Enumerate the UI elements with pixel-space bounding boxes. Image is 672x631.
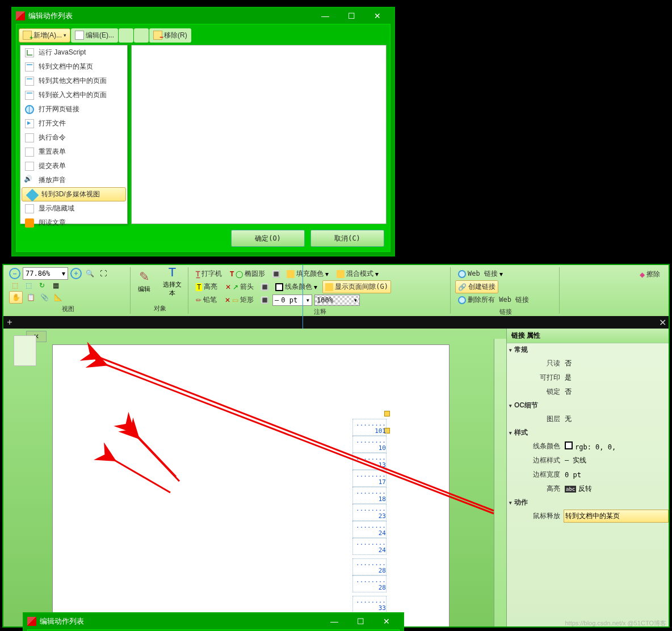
- titlebar[interactable]: 编辑动作列表 — ☐ ✕: [24, 613, 403, 629]
- maximize-button[interactable]: ☐: [347, 613, 373, 629]
- ruler-icon[interactable]: 📐: [52, 292, 64, 303]
- vertical-scrollbar[interactable]: [494, 339, 506, 626]
- close-button[interactable]: ✕: [364, 8, 390, 24]
- color-c-icon[interactable]: 🔳: [259, 295, 270, 306]
- link-annotations[interactable]: ........ 101........ 10........ 13......…: [352, 419, 387, 626]
- color-b-icon[interactable]: 🔳: [259, 281, 270, 293]
- titlebar[interactable]: 编辑动作列表 — ☐ ✕: [12, 8, 394, 24]
- minimize-button[interactable]: —: [321, 613, 347, 629]
- blend-mode-button[interactable]: 混合模式▾: [334, 267, 381, 280]
- menu-item[interactable]: 转到其他文档中的页面: [20, 74, 127, 88]
- snapshot-icon[interactable]: 📋: [25, 292, 36, 303]
- prop-border-style[interactable]: — 实线: [564, 455, 669, 466]
- move-up-button[interactable]: [119, 28, 133, 43]
- fit-width-icon[interactable]: ⬚: [23, 280, 34, 291]
- close-tab-button[interactable]: ✕: [656, 316, 669, 329]
- toc-link[interactable]: ........ 28: [352, 558, 387, 575]
- prop-readonly[interactable]: 否: [564, 357, 669, 369]
- pencil-button[interactable]: ✏铅笔: [193, 293, 220, 306]
- menu-item[interactable]: 转到文档中的某页: [20, 60, 127, 74]
- highlight-button[interactable]: T高亮: [193, 280, 220, 293]
- prop-border-width[interactable]: 0 pt: [564, 470, 669, 480]
- opacity-input[interactable]: 100%▾: [314, 295, 360, 306]
- toc-link[interactable]: ........ 13: [352, 453, 387, 470]
- actions-list[interactable]: [131, 45, 387, 224]
- stroke-color-button[interactable]: 线条颜色▾: [272, 280, 320, 293]
- menu-item[interactable]: 重置表单: [20, 145, 127, 159]
- toc-link[interactable]: ........ 28: [352, 575, 387, 592]
- toc-link[interactable]: ........ 24: [352, 538, 387, 555]
- section-general[interactable]: 常规: [507, 343, 669, 356]
- attach-icon[interactable]: 📎: [39, 292, 50, 303]
- fill-color-button[interactable]: 填充颜色▾: [284, 267, 331, 280]
- toc-link[interactable]: ........ 24: [352, 521, 387, 538]
- menu-item[interactable]: 提交表单: [20, 159, 127, 173]
- ellipse-button[interactable]: T◯椭圆形: [227, 267, 268, 280]
- toc-link[interactable]: ........ 18: [352, 487, 387, 504]
- typewriter-button[interactable]: T̲打字机: [193, 267, 225, 280]
- menu-item[interactable]: 转到嵌入文档中的页面: [20, 88, 127, 102]
- menu-item[interactable]: 显示/隐藏域: [20, 201, 127, 216]
- section-action[interactable]: 动作: [507, 496, 669, 509]
- toc-link[interactable]: ........ 33: [352, 596, 387, 613]
- toc-link[interactable]: ........ 23: [352, 504, 387, 521]
- grid-icon[interactable]: ▦: [50, 280, 61, 291]
- zoom-input[interactable]: 77.86%▾: [23, 267, 68, 280]
- section-oc[interactable]: OC细节: [507, 399, 669, 412]
- remove-button[interactable]: 移除(R): [149, 28, 191, 43]
- prop-locked[interactable]: 否: [564, 386, 669, 398]
- cancel-button[interactable]: 取消(C): [310, 230, 384, 247]
- nav-panel-stub[interactable]: [14, 335, 36, 366]
- fit-page-icon[interactable]: ⬚: [9, 280, 20, 291]
- rect-button[interactable]: ✕▭矩形: [222, 293, 257, 306]
- add-button[interactable]: 新增(A)...▾: [19, 28, 70, 43]
- action-type-menu[interactable]: 运行 JavaScript转到文档中的某页转到其他文档中的页面转到嵌入文档中的页…: [20, 45, 128, 224]
- menu-item[interactable]: 打开文件: [20, 116, 127, 131]
- delete-web-links-button[interactable]: 删除所有 Web 链接: [455, 293, 532, 306]
- section-style[interactable]: 样式: [507, 426, 669, 439]
- document-area[interactable]: ✕ ........ 101........ 10........ 13....…: [3, 329, 506, 626]
- prop-stroke-color[interactable]: rgb: 0, 0,: [564, 440, 669, 452]
- close-button[interactable]: ✕: [373, 613, 400, 629]
- prop-mouse-up[interactable]: 鼠标释放转到文档中的某页: [507, 509, 669, 523]
- doc-icon: [25, 77, 34, 86]
- erase-button[interactable]: ◆擦除: [637, 268, 663, 281]
- toc-link[interactable]: ........ 10: [352, 436, 387, 453]
- show-page-gap-button[interactable]: 显示页面间隙(G): [322, 280, 391, 293]
- menu-item-label: 转到3D/多媒体视图: [41, 190, 100, 199]
- minimize-button[interactable]: —: [312, 8, 338, 24]
- move-down-button[interactable]: [134, 28, 149, 43]
- create-link-button[interactable]: 🔗创建链接: [455, 280, 498, 293]
- menu-item[interactable]: 运行 JavaScript: [20, 45, 127, 60]
- color-a-icon[interactable]: 🔳: [270, 268, 282, 280]
- stroke-width-input[interactable]: —0 pt▾: [272, 295, 312, 306]
- web-link-button[interactable]: Web 链接▾: [455, 267, 506, 280]
- ribbon-group-object: ✎ 编辑 T 选择文本 对象: [132, 267, 188, 314]
- select-text-icon[interactable]: T: [163, 264, 182, 280]
- zoom-tool-icon[interactable]: 🔍: [84, 268, 95, 279]
- prop-highlight[interactable]: abc反转: [564, 483, 669, 495]
- pdf-page[interactable]: ........ 101........ 10........ 13......…: [52, 344, 450, 626]
- prop-printable[interactable]: 是: [564, 372, 669, 384]
- edit-button[interactable]: 编辑(E)...: [71, 28, 118, 43]
- zoom-in-button[interactable]: +: [70, 268, 82, 279]
- document-tab-bar[interactable]: + ✕: [3, 316, 669, 329]
- ok-button[interactable]: 确定(O): [231, 230, 305, 247]
- toc-link[interactable]: ........ 101: [352, 419, 387, 436]
- menu-item[interactable]: 播放声音: [20, 173, 127, 187]
- zoom-out-button[interactable]: –: [9, 268, 20, 279]
- actual-size-icon[interactable]: ⛶: [98, 268, 109, 279]
- menu-item[interactable]: 执行命令: [20, 131, 127, 145]
- edit-icon[interactable]: ✎: [135, 269, 153, 285]
- maximize-button[interactable]: ☐: [338, 8, 364, 24]
- menu-item[interactable]: 转到3D/多媒体视图: [22, 187, 126, 201]
- menu-item[interactable]: 阅读文章: [20, 216, 127, 230]
- menu-item[interactable]: 打开网页链接: [20, 102, 127, 116]
- rotate-icon[interactable]: ↻: [36, 280, 48, 291]
- prop-layer[interactable]: 无: [564, 413, 669, 425]
- new-tab-button[interactable]: +: [3, 316, 16, 329]
- hand-tool-icon[interactable]: ✋: [9, 291, 23, 304]
- menu-item-label: 提交表单: [39, 161, 66, 171]
- arrow-button[interactable]: ✕↗箭头: [222, 280, 257, 293]
- toc-link[interactable]: ........ 17: [352, 470, 387, 487]
